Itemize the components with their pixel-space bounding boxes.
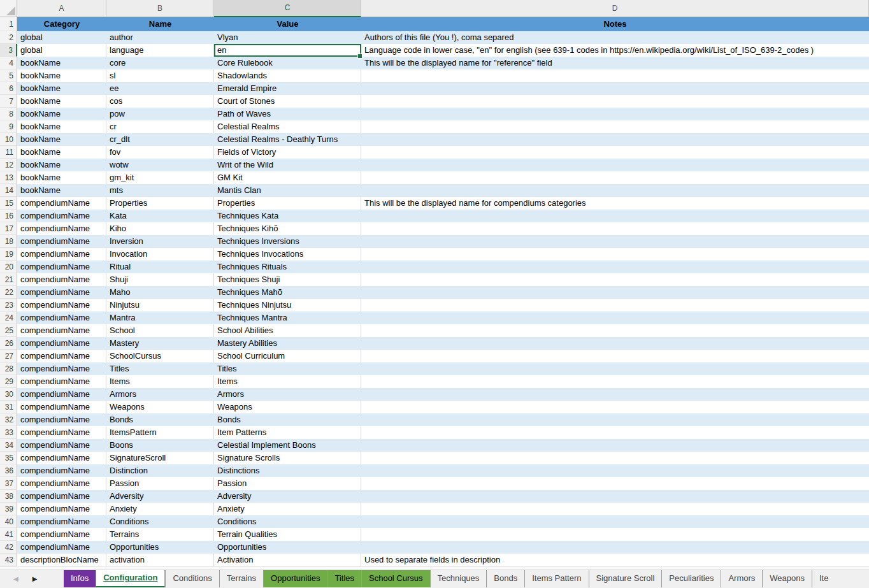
cell-notes[interactable] [361,452,869,464]
cell-notes[interactable] [361,222,869,235]
cell-notes[interactable] [361,95,869,108]
cell-notes[interactable]: Used to separate fields in description [361,554,869,566]
cell-notes[interactable] [361,82,869,95]
cell-category[interactable]: bookName [17,159,106,171]
cell-category[interactable]: compendiumName [17,375,106,388]
row-header-12[interactable]: 12 [0,159,17,171]
row-header-17[interactable]: 17 [0,222,17,235]
cell-notes[interactable]: This will be the displayed name for comp… [361,197,869,210]
cell-category[interactable]: compendiumName [17,350,106,362]
row-header-36[interactable]: 36 [0,464,17,477]
cell-value[interactable]: Passion [214,477,361,490]
row-header-5[interactable]: 5 [0,69,17,82]
row-header-1[interactable]: 1 [0,17,17,31]
cell-notes[interactable]: Authors of this file (You !), coma separ… [361,31,869,44]
cell-category[interactable]: global [17,44,106,57]
cell-name[interactable]: Opportunities [106,541,214,554]
cell-category[interactable]: compendiumName [17,388,106,401]
cell-value[interactable]: Emerald Empire [214,82,361,95]
cell-notes[interactable] [361,286,869,299]
cell-notes[interactable] [361,273,869,286]
active-cell[interactable]: en [214,44,361,57]
cell-notes[interactable] [361,464,869,477]
cell-notes[interactable] [361,388,869,401]
cell-notes[interactable] [361,477,869,490]
cell-name[interactable]: Adversity [106,490,214,503]
sheet-tab-weapons[interactable]: Weapons [762,570,812,587]
cell-value[interactable]: Techniques Ninjutsu [214,299,361,312]
cell-name[interactable]: Kiho [106,222,214,235]
cell-category[interactable]: compendiumName [17,324,106,337]
row-header-23[interactable]: 23 [0,299,17,312]
cell-notes[interactable] [361,439,869,452]
cell-category[interactable]: compendiumName [17,273,106,286]
cell-name[interactable]: language [106,44,214,57]
cell-name[interactable]: Ninjutsu [106,299,214,312]
cell-name[interactable]: SchoolCursus [106,350,214,362]
cell-value[interactable]: Core Rulebook [214,57,361,69]
row-header-22[interactable]: 22 [0,286,17,299]
cell-category[interactable]: compendiumName [17,312,106,324]
cell-name[interactable]: Mantra [106,312,214,324]
cell-name[interactable]: SignatureScroll [106,452,214,464]
cell-category[interactable]: compendiumName [17,413,106,426]
cell-notes[interactable] [361,413,869,426]
sheet-tab-techniques[interactable]: Techniques [430,570,487,587]
cell-value[interactable]: Titles [214,362,361,375]
cell-category[interactable]: compendiumName [17,541,106,554]
cell-value[interactable]: Court of Stones [214,95,361,108]
cell-value[interactable]: Techniques Mantra [214,312,361,324]
cell-name[interactable]: School [106,324,214,337]
sheet-tab-school-cursus[interactable]: School Cursus [361,570,430,587]
sheet-tab-bonds[interactable]: Bonds [486,570,524,587]
row-header-25[interactable]: 25 [0,324,17,337]
row-header-35[interactable]: 35 [0,452,17,464]
cell-name[interactable]: Passion [106,477,214,490]
cell-value[interactable]: Items [214,375,361,388]
row-header-42[interactable]: 42 [0,541,17,554]
sheet-tab-armors[interactable]: Armors [721,570,762,587]
cell-notes[interactable] [361,210,869,222]
cell-value[interactable]: Celestial Implement Boons [214,439,361,452]
cell-value[interactable]: Adversity [214,490,361,503]
cell-value[interactable]: GM Kit [214,171,361,184]
cell-name[interactable]: Weapons [106,401,214,413]
sheet-tab-opportunities[interactable]: Opportunities [263,570,327,587]
cell-name[interactable]: Ritual [106,261,214,273]
cell-value[interactable]: Path of Waves [214,108,361,120]
cell-notes[interactable] [361,69,869,82]
cell-name[interactable]: cos [106,95,214,108]
cell-notes[interactable] [361,171,869,184]
cell-name[interactable]: Conditions [106,515,214,528]
cell-notes[interactable] [361,108,869,120]
cell-name[interactable]: pow [106,108,214,120]
cell-category[interactable]: bookName [17,82,106,95]
prev-sheet-arrow-icon[interactable]: ◀ [13,576,18,582]
row-header-29[interactable]: 29 [0,375,17,388]
row-header-30[interactable]: 30 [0,388,17,401]
cell-category[interactable]: bookName [17,133,106,146]
cell-value[interactable]: School Curriculum [214,350,361,362]
cell-name[interactable]: author [106,31,214,44]
cell-notes[interactable] [361,401,869,413]
sheet-tab-signature-scroll[interactable]: Signature Scroll [589,570,662,587]
cell-category[interactable]: bookName [17,95,106,108]
cell-name[interactable]: mts [106,184,214,197]
cell-name[interactable]: Inversion [106,235,214,248]
cell-notes[interactable] [361,541,869,554]
cell-value[interactable]: Techniques Kihõ [214,222,361,235]
cell-notes[interactable] [361,133,869,146]
cell-value[interactable]: Weapons [214,401,361,413]
row-header-28[interactable]: 28 [0,362,17,375]
cell-notes[interactable] [361,159,869,171]
row-header-16[interactable]: 16 [0,210,17,222]
cell-category[interactable]: compendiumName [17,452,106,464]
cell-category[interactable]: compendiumName [17,362,106,375]
cell-category[interactable]: compendiumName [17,299,106,312]
row-header-37[interactable]: 37 [0,477,17,490]
cell-notes[interactable] [361,426,869,439]
cell-value[interactable]: Celestial Realms - Deathly Turns [214,133,361,146]
cell-name[interactable]: core [106,57,214,69]
cell-value[interactable]: Terrain Qualities [214,528,361,541]
row-header-21[interactable]: 21 [0,273,17,286]
